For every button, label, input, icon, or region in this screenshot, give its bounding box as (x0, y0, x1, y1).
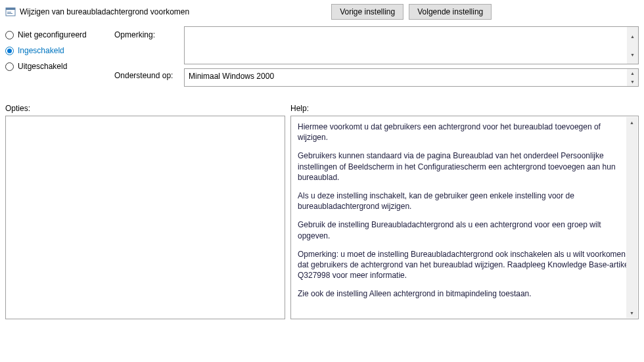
radio-icon (5, 31, 14, 39)
next-setting-button[interactable]: Volgende instelling (409, 4, 492, 20)
svg-rect-1 (6, 8, 15, 10)
help-paragraph: Opmerking: u moet de instelling Bureaubl… (298, 249, 632, 281)
help-paragraph: Gebruikers kunnen standaard via de pagin… (298, 150, 632, 183)
radio-label: Niet geconfigureerd (18, 30, 87, 39)
comment-scroll-down[interactable]: ▼ (627, 45, 638, 64)
svg-rect-3 (7, 13, 12, 14)
help-paragraph: Als u deze instelling inschakelt, kan de… (298, 191, 632, 212)
help-panel: Hiermee voorkomt u dat gebruikers een ac… (290, 116, 639, 319)
policy-icon (5, 7, 16, 17)
supported-on-label: Ondersteund op: (114, 68, 180, 80)
options-label: Opties: (5, 104, 290, 113)
svg-rect-2 (7, 12, 11, 12)
help-scroll-up[interactable]: ▲ (626, 117, 637, 127)
radio-icon (5, 62, 14, 71)
supported-scroll-up[interactable]: ▲ (627, 69, 638, 78)
state-radio-disabled[interactable]: Uitgeschakeld (5, 62, 110, 71)
radio-label: Ingeschakeld (18, 46, 64, 55)
supported-scroll-down[interactable]: ▼ (627, 78, 638, 86)
help-paragraph: Hiermee voorkomt u dat gebruikers een ac… (298, 122, 632, 143)
state-radio-not-configured[interactable]: Niet geconfigureerd (5, 30, 110, 39)
help-scroll-down[interactable]: ▼ (626, 307, 637, 318)
radio-icon (5, 47, 14, 55)
previous-setting-button[interactable]: Vorige instelling (331, 4, 403, 20)
help-scroll-track[interactable] (626, 127, 637, 307)
state-radio-group: Niet geconfigureerdIngeschakeldUitgescha… (5, 26, 110, 71)
window-title: Wijzigen van bureaubladachtergrond voork… (20, 7, 189, 16)
help-paragraph: Gebruik de instelling Bureaubladachtergr… (298, 219, 632, 240)
supported-on-field: Minimaal Windows 2000 (184, 68, 639, 87)
state-radio-enabled[interactable]: Ingeschakeld (5, 46, 110, 55)
help-paragraph: Zie ook de instelling Alleen achtergrond… (298, 288, 632, 299)
comment-scroll-up[interactable]: ▲ (627, 27, 638, 45)
options-panel[interactable] (5, 116, 285, 319)
comment-label: Opmerking: (114, 26, 180, 39)
comment-textarea[interactable] (184, 26, 639, 64)
help-label: Help: (290, 104, 309, 113)
radio-label: Uitgeschakeld (18, 62, 67, 71)
